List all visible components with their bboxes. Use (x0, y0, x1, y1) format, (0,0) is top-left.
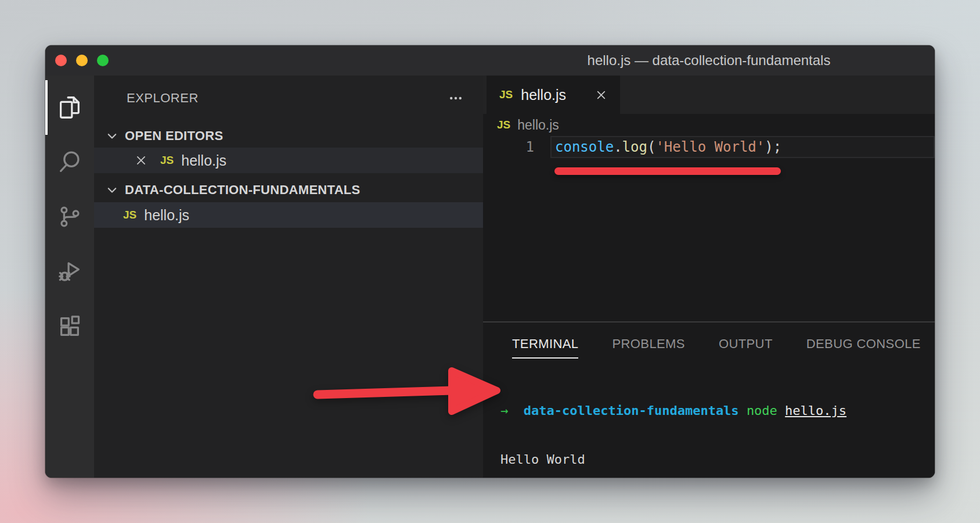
titlebar: hello.js — data-collection-fundamentals (45, 45, 935, 76)
activitybar-source-control[interactable] (45, 189, 94, 244)
vscode-window: hello.js — data-collection-fundamentals (45, 45, 935, 478)
explorer-sidebar: EXPLORER OPEN EDITORS JS hello.js (94, 76, 483, 478)
zoom-window-button[interactable] (97, 55, 109, 66)
activitybar-extensions[interactable] (45, 299, 94, 353)
code-line: 1 console.log('Hello World'); (483, 136, 935, 158)
editor-group: JS hello.js JS hello.js 1 console.log('H… (483, 76, 935, 478)
open-editor-hello-js[interactable]: JS hello.js (94, 148, 483, 173)
activitybar-run-debug[interactable] (45, 244, 94, 299)
code-text: console.log('Hello World'); (550, 139, 781, 155)
section-label: DATA-COLLECTION-FUNDAMENTALS (125, 182, 361, 198)
chevron-down-icon (106, 184, 118, 196)
js-file-icon: JS (123, 209, 136, 221)
tab-output[interactable]: OUTPUT (719, 336, 773, 359)
source-control-icon (56, 203, 83, 230)
section-open-editors[interactable]: OPEN EDITORS (94, 124, 483, 148)
window-title: hello.js — data-collection-fundamentals (483, 45, 935, 76)
breadcrumb-file: hello.js (517, 117, 559, 133)
js-file-icon: JS (497, 119, 510, 131)
code-editor[interactable]: 1 console.log('Hello World'); (483, 136, 935, 321)
close-tab-icon[interactable] (595, 89, 607, 101)
terminal-line: Hello World (500, 452, 935, 468)
close-window-button[interactable] (55, 55, 67, 66)
close-editor-icon[interactable] (135, 154, 147, 167)
window-content: EXPLORER OPEN EDITORS JS hello.js (45, 76, 935, 478)
more-actions-icon[interactable] (448, 91, 463, 106)
minimize-window-button[interactable] (76, 55, 88, 66)
chevron-down-icon (106, 130, 118, 142)
file-name: hello.js (181, 152, 226, 169)
tab-bar: JS hello.js (483, 76, 935, 114)
terminal[interactable]: → data-collection-fundamentals node hell… (483, 364, 935, 478)
traffic-lights (55, 45, 109, 76)
activitybar-explorer[interactable] (45, 80, 94, 135)
explorer-title: EXPLORER (127, 91, 199, 106)
activitybar-search[interactable] (45, 135, 94, 189)
file-name: hello.js (144, 207, 189, 224)
breadcrumb[interactable]: JS hello.js (483, 114, 935, 136)
extensions-icon (56, 313, 83, 339)
tab-hello-js[interactable]: JS hello.js (487, 76, 620, 114)
sidebar-title-row: EXPLORER (94, 76, 483, 106)
tab-problems[interactable]: PROBLEMS (612, 336, 684, 359)
terminal-line: → data-collection-fundamentals node hell… (500, 403, 935, 419)
debug-icon (56, 258, 83, 285)
activity-bar (45, 76, 94, 478)
panel-tab-bar: TERMINAL PROBLEMS OUTPUT DEBUG CONSOLE (483, 323, 935, 364)
js-file-icon: JS (160, 154, 174, 167)
js-file-icon: JS (499, 88, 513, 101)
tab-debug-console[interactable]: DEBUG CONSOLE (806, 336, 921, 359)
files-icon (56, 94, 83, 121)
search-icon (56, 149, 83, 175)
line-number: 1 (483, 139, 550, 155)
section-label: OPEN EDITORS (125, 128, 223, 144)
panel: TERMINAL PROBLEMS OUTPUT DEBUG CONSOLE →… (483, 321, 935, 478)
tab-terminal[interactable]: TERMINAL (512, 336, 578, 359)
section-folder-root[interactable]: DATA-COLLECTION-FUNDAMENTALS (94, 178, 483, 202)
annotation-underline (554, 167, 781, 175)
tab-label: hello.js (521, 87, 566, 103)
file-hello-js[interactable]: JS hello.js (94, 202, 483, 228)
